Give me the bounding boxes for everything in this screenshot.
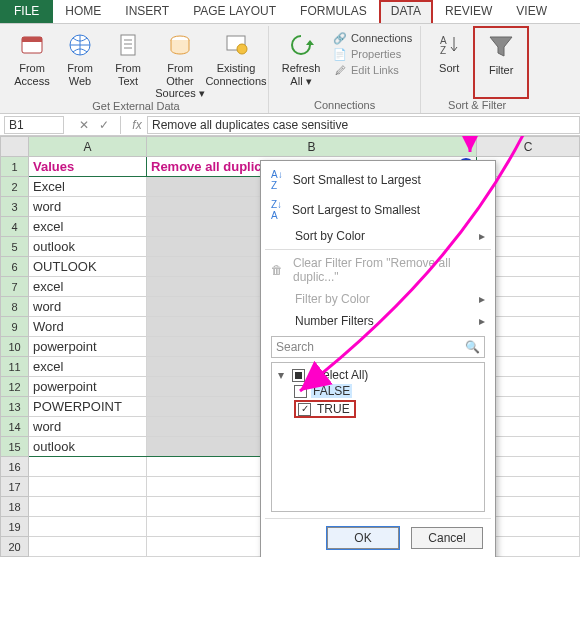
from-access-button[interactable]: From Access	[8, 26, 56, 100]
checkbox-unchecked[interactable]	[294, 385, 307, 398]
filter-by-color: Filter by Color ▸	[265, 288, 491, 310]
ribbon: From Access From Web From Text From Othe…	[0, 24, 580, 114]
properties-icon: 📄	[333, 47, 347, 61]
clear-filter: 🗑 Clear Filter From "Remove all duplic..…	[265, 252, 491, 288]
cell[interactable]	[29, 457, 147, 477]
row-header[interactable]: 11	[1, 357, 29, 377]
cell[interactable]	[29, 497, 147, 517]
svg-rect-3	[121, 35, 135, 55]
formula-bar: B1 ✕ ✓ fx Remove all duplicates case sen…	[0, 114, 580, 136]
tab-data[interactable]: DATA	[379, 0, 433, 23]
cell[interactable]: powerpoint	[29, 337, 147, 357]
row-header[interactable]: 16	[1, 457, 29, 477]
col-header-A[interactable]: A	[29, 137, 147, 157]
cell[interactable]: outlook	[29, 237, 147, 257]
filter-item-false[interactable]: FALSE	[292, 383, 480, 399]
cell[interactable]: POWERPOINT	[29, 397, 147, 417]
select-all-corner[interactable]	[1, 137, 29, 157]
worksheet: A B C 1 Values Remove all duplicates cas…	[0, 136, 580, 557]
formula-input[interactable]: Remove all duplicates case sensitive	[147, 116, 580, 134]
row-header[interactable]: 4	[1, 217, 29, 237]
checkbox-indeterminate[interactable]	[292, 369, 305, 382]
refresh-all-button[interactable]: Refresh All ▾	[273, 26, 329, 99]
col-header-B[interactable]: B	[147, 137, 477, 157]
row-header[interactable]: 17	[1, 477, 29, 497]
row-header[interactable]: 3	[1, 197, 29, 217]
sort-by-color[interactable]: Sort by Color ▸	[265, 225, 491, 247]
cell[interactable]: Excel	[29, 177, 147, 197]
filter-item-true[interactable]: TRUE	[292, 399, 480, 419]
cell[interactable]: powerpoint	[29, 377, 147, 397]
row-header[interactable]: 13	[1, 397, 29, 417]
row-header[interactable]: 6	[1, 257, 29, 277]
row-header[interactable]: 12	[1, 377, 29, 397]
refresh-all-label: Refresh All ▾	[282, 62, 321, 87]
from-web-label: From Web	[67, 62, 93, 87]
sort-desc-icon: Z↓A	[271, 199, 282, 221]
filter-color-label: Filter by Color	[295, 292, 370, 306]
clear-filter-icon: 🗑	[271, 263, 283, 277]
svg-text:Z: Z	[440, 45, 446, 56]
collapse-icon: ▾	[278, 368, 288, 382]
properties-button[interactable]: 📄 Properties	[329, 46, 416, 62]
cell[interactable]: OUTLOOK	[29, 257, 147, 277]
col-header-C[interactable]: C	[477, 137, 580, 157]
tab-file[interactable]: FILE	[0, 0, 53, 23]
tab-view[interactable]: VIEW	[504, 0, 559, 23]
connections-icon: 🔗	[333, 31, 347, 45]
row-header[interactable]: 14	[1, 417, 29, 437]
cell[interactable]	[29, 517, 147, 537]
existing-connections-button[interactable]: Existing Connections	[208, 26, 264, 100]
name-box[interactable]: B1	[4, 116, 64, 134]
row-header[interactable]: 10	[1, 337, 29, 357]
cell[interactable]: excel	[29, 217, 147, 237]
checkbox-checked[interactable]	[298, 403, 311, 416]
from-other-sources-button[interactable]: From Other Sources ▾	[152, 26, 208, 100]
sort-button[interactable]: AZ Sort	[425, 26, 473, 99]
cell[interactable]: excel	[29, 357, 147, 377]
tab-page-layout[interactable]: PAGE LAYOUT	[181, 0, 288, 23]
sort-ascending[interactable]: A↓Z Sort Smallest to Largest	[265, 165, 491, 195]
tab-insert[interactable]: INSERT	[113, 0, 181, 23]
tab-review[interactable]: REVIEW	[433, 0, 504, 23]
cancel-edit-icon[interactable]: ✕	[74, 118, 94, 132]
cell[interactable]: word	[29, 197, 147, 217]
cell[interactable]	[29, 537, 147, 557]
row-header[interactable]: 19	[1, 517, 29, 537]
cancel-button[interactable]: Cancel	[411, 527, 483, 549]
filter-search-input[interactable]: Search 🔍	[271, 336, 485, 358]
row-header[interactable]: 7	[1, 277, 29, 297]
row-header[interactable]: 5	[1, 237, 29, 257]
confirm-edit-icon[interactable]: ✓	[94, 118, 114, 132]
number-filters[interactable]: Number Filters ▸	[265, 310, 491, 332]
cell-A1[interactable]: Values	[29, 157, 147, 177]
row-header[interactable]: 2	[1, 177, 29, 197]
from-text-button[interactable]: From Text	[104, 26, 152, 100]
funnel-icon	[486, 32, 516, 62]
edit-links-button[interactable]: 🖉 Edit Links	[329, 62, 416, 78]
row-header[interactable]: 8	[1, 297, 29, 317]
cell[interactable]: word	[29, 297, 147, 317]
row-header[interactable]: 1	[1, 157, 29, 177]
filter-item-select-all[interactable]: ▾ (Select All)	[276, 367, 480, 383]
from-text-label: From Text	[115, 62, 141, 87]
number-filters-label: Number Filters	[295, 314, 374, 328]
row-header[interactable]: 9	[1, 317, 29, 337]
cell[interactable]: word	[29, 417, 147, 437]
tab-formulas[interactable]: FORMULAS	[288, 0, 379, 23]
cell[interactable]: Word	[29, 317, 147, 337]
fx-button[interactable]: fx	[127, 118, 147, 132]
from-web-button[interactable]: From Web	[56, 26, 104, 100]
connections-button[interactable]: 🔗 Connections	[329, 30, 416, 46]
refresh-icon	[286, 30, 316, 60]
cell[interactable]: outlook	[29, 437, 147, 457]
sort-descending[interactable]: Z↓A Sort Largest to Smallest	[265, 195, 491, 225]
ok-button[interactable]: OK	[327, 527, 399, 549]
cell[interactable]: excel	[29, 277, 147, 297]
cell[interactable]	[29, 477, 147, 497]
tab-home[interactable]: HOME	[53, 0, 113, 23]
row-header[interactable]: 15	[1, 437, 29, 457]
row-header[interactable]: 20	[1, 537, 29, 557]
row-header[interactable]: 18	[1, 497, 29, 517]
filter-button[interactable]: Filter	[477, 28, 525, 77]
